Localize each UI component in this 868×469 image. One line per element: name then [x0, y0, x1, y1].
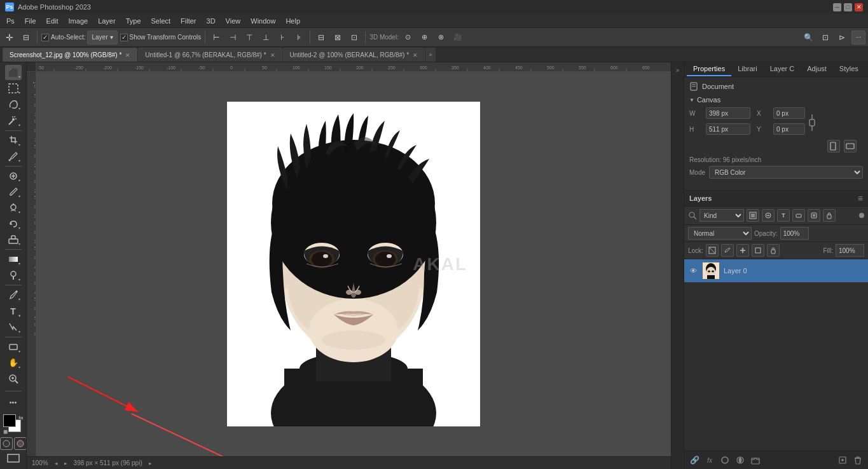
share-btn[interactable]: ⊳: [835, 31, 849, 44]
layer-fx-btn[interactable]: fx: [703, 454, 716, 466]
screen-mode-btn[interactable]: [6, 452, 20, 464]
menu-ps[interactable]: Ps: [1, 16, 20, 26]
default-colors-btn[interactable]: ◼: [3, 428, 8, 435]
layer-visibility-toggle[interactable]: 👁: [688, 266, 698, 276]
layers-menu-btn[interactable]: ≡: [858, 193, 863, 203]
crop-tool[interactable]: [5, 132, 22, 147]
width-input[interactable]: [706, 107, 750, 119]
panel-collapse-btn[interactable]: »: [673, 65, 683, 75]
align-btn-1[interactable]: ⊟: [19, 31, 33, 44]
filter-pixel-btn[interactable]: [747, 209, 759, 222]
more-tools-btn[interactable]: •••: [5, 394, 22, 411]
align-bottom-btn[interactable]: ⊧: [292, 31, 306, 44]
tab-more-arrow[interactable]: »: [425, 48, 436, 62]
brush-tool[interactable]: [5, 184, 22, 200]
menu-filter[interactable]: Filter: [176, 16, 201, 26]
magic-wand-tool[interactable]: [5, 112, 22, 128]
3d-icon-2[interactable]: ⊕: [418, 31, 432, 44]
minimize-button[interactable]: ─: [833, 3, 841, 11]
tab-untitled2-close[interactable]: ✕: [413, 52, 418, 58]
menu-help[interactable]: Help: [280, 16, 305, 26]
path-select-tool[interactable]: [5, 320, 22, 335]
pen-tool[interactable]: [5, 287, 22, 302]
selection-tool[interactable]: [5, 81, 22, 96]
3d-icon-3[interactable]: ⊗: [434, 31, 448, 44]
zoom-tool[interactable]: [5, 371, 22, 386]
table-row[interactable]: 👁 Layer 0: [684, 259, 868, 283]
layer-new-fill-btn[interactable]: [734, 454, 747, 466]
close-button[interactable]: ✕: [855, 3, 863, 11]
dodge-tool[interactable]: [5, 268, 22, 283]
tab-screenshot-close[interactable]: ✕: [125, 52, 130, 58]
x-input[interactable]: [773, 107, 805, 119]
canvas-area[interactable]: BERAKAL BERAK AKAL: [36, 72, 671, 456]
menu-select[interactable]: Select: [146, 16, 176, 26]
tab-layer-comps[interactable]: Layer C: [764, 62, 801, 76]
lock-all-btn[interactable]: [767, 244, 780, 257]
align-right-btn[interactable]: ⊤: [242, 31, 256, 44]
zoom-increase-btn[interactable]: ▸: [64, 460, 67, 466]
mode-select[interactable]: RGB Color: [709, 166, 863, 179]
3d-icon-1[interactable]: ⊙: [401, 31, 415, 44]
more-options-btn[interactable]: ···: [851, 31, 865, 44]
dist-left-btn[interactable]: ⊟: [314, 31, 328, 44]
filter-lock-btn[interactable]: [823, 209, 836, 222]
tab-adjustments[interactable]: Adjust: [801, 62, 833, 76]
shape-tool[interactable]: [5, 339, 22, 355]
foreground-color-swatch[interactable]: [3, 414, 16, 427]
transform-check[interactable]: ✓: [120, 34, 128, 41]
lock-paint-btn[interactable]: [721, 244, 734, 257]
align-left-btn[interactable]: ⊢: [209, 31, 223, 44]
normal-mode-btn[interactable]: [0, 437, 13, 450]
tab-screenshot[interactable]: Screenshot_12.jpg @ 100% (RGB/8#) * ✕: [3, 48, 137, 62]
layer-delete-btn[interactable]: [851, 454, 864, 466]
tab-properties[interactable]: Properties: [687, 62, 731, 76]
history-brush-tool[interactable]: [5, 216, 22, 231]
menu-image[interactable]: Image: [64, 16, 93, 26]
tab-untitled1-close[interactable]: ✕: [270, 52, 275, 58]
type-tool[interactable]: T: [5, 303, 22, 318]
align-top-btn[interactable]: ⊥: [259, 31, 273, 44]
tab-styles[interactable]: Styles: [833, 62, 865, 76]
auto-select-dropdown[interactable]: Layer ▾: [87, 31, 117, 44]
search-icon-btn[interactable]: 🔍: [802, 31, 816, 44]
canvas-expand-icon[interactable]: ▼: [689, 97, 694, 103]
menu-window[interactable]: Window: [245, 16, 280, 26]
layer-group-btn[interactable]: [749, 454, 762, 466]
gradient-tool[interactable]: [5, 252, 22, 267]
blend-mode-select[interactable]: Normal: [688, 227, 752, 240]
clone-tool[interactable]: [5, 200, 22, 215]
layer-mask-btn[interactable]: [719, 454, 731, 466]
auto-select-check[interactable]: ✓: [41, 34, 49, 41]
layer-link-btn[interactable]: 🔗: [688, 454, 701, 466]
filter-type-btn[interactable]: T: [777, 209, 790, 222]
3d-icon-4[interactable]: 🎥: [451, 31, 465, 44]
height-input[interactable]: [706, 123, 750, 135]
menu-file[interactable]: File: [20, 16, 41, 26]
layer-new-btn[interactable]: [836, 454, 849, 466]
lock-transparent-btn[interactable]: [706, 244, 719, 257]
zoom-decrease-btn[interactable]: ◂: [55, 460, 58, 466]
tab-libraries[interactable]: Librari: [731, 62, 764, 76]
tab-untitled2[interactable]: Untitled-2 @ 100% (BERAKAL, RGB/8#) * ✕: [283, 48, 425, 62]
menu-edit[interactable]: Edit: [41, 16, 64, 26]
canvas-landscape-btn[interactable]: [844, 140, 857, 153]
opacity-input[interactable]: [780, 227, 809, 240]
menu-type[interactable]: Type: [121, 16, 146, 26]
dist-center-btn[interactable]: ⊠: [331, 31, 345, 44]
heal-tool[interactable]: [5, 168, 22, 184]
maximize-button[interactable]: □: [844, 3, 852, 11]
filter-shape-btn[interactable]: [792, 209, 805, 222]
menu-3d[interactable]: 3D: [202, 16, 221, 26]
lasso-tool[interactable]: [5, 97, 22, 112]
quick-mask-btn[interactable]: [14, 437, 27, 450]
filter-adjust-btn[interactable]: [762, 209, 775, 222]
tab-untitled1[interactable]: Untitled-1 @ 66,7% (BERAKAL, RGB/8#) * ✕: [138, 48, 282, 62]
lock-artboard-btn[interactable]: [752, 244, 764, 257]
align-middle-btn[interactable]: ⊦: [275, 31, 289, 44]
move-options-icon[interactable]: ✛: [3, 31, 17, 44]
fill-input[interactable]: [836, 244, 864, 257]
workspace-btn[interactable]: ⊡: [818, 31, 832, 44]
eyedropper-tool[interactable]: [5, 149, 22, 164]
dist-right-btn[interactable]: ⊡: [347, 31, 361, 44]
